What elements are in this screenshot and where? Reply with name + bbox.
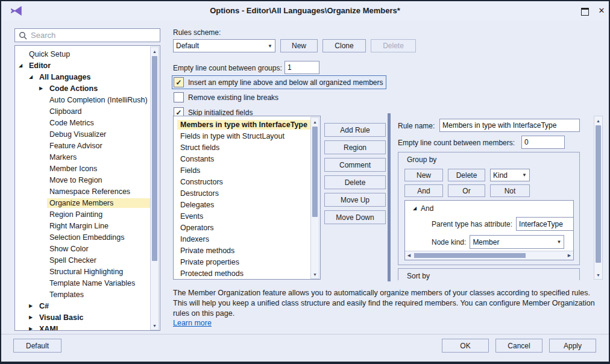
expanded-arrow-icon[interactable]: ◢ [413,206,421,211]
tree-item-member-icons[interactable]: Member Icons [15,163,160,174]
tree-item-move-to-region[interactable]: Move to Region [15,174,160,186]
default-button[interactable]: Default [13,339,61,353]
rule-list-item-fields-in-type-with-structlayout[interactable]: Fields in type with StructLayout [174,130,309,142]
not-button[interactable]: Not [490,184,530,197]
rule-list-item-struct-fields[interactable]: Struct fields [174,142,309,153]
tree-scrollbar-thumb[interactable] [152,56,157,261]
rule-list-item-events[interactable]: Events [174,210,309,222]
group-delete-button[interactable]: Delete [448,169,485,181]
delete-button[interactable]: Delete [324,175,386,189]
tree-item-xaml[interactable]: ▶XAML [15,323,160,331]
comment-button[interactable]: Comment [324,158,386,172]
rules-scrollbar-thumb[interactable] [312,127,318,217]
empty-line-members-field[interactable]: 0 [521,136,565,149]
rule-list-item-operators[interactable]: Operators [174,222,309,233]
tree-item-c[interactable]: ▶C# [15,300,160,312]
editor-scrollbar[interactable]: ▲ ▼ [594,116,603,280]
scroll-left-icon[interactable]: ◀ [405,251,413,260]
collapsed-arrow-icon[interactable]: ▶ [39,86,47,91]
sort-by-title: Sort by [407,272,430,280]
scroll-down-icon[interactable]: ▼ [151,321,159,330]
rule-list-item-private-methods[interactable]: Private methods [174,245,309,256]
expanded-arrow-icon[interactable]: ◢ [29,74,37,80]
scroll-down-icon[interactable]: ▼ [311,270,319,278]
tree-item-all-languages[interactable]: ◢All Languages [15,71,160,83]
rule-list-item-members-in-type-with-interfacetype[interactable]: Members in type with InterfaceType [174,119,309,130]
tree-item-right-margin-line[interactable]: Right Margin Line [15,220,160,231]
scroll-up-icon[interactable]: ▲ [151,47,159,55]
tree-scrollbar[interactable]: ▲ ▼ [150,46,159,330]
tree-item-clipboard[interactable]: Clipboard [15,105,160,117]
clone-scheme-button[interactable]: Clone [322,39,366,52]
maximize-button[interactable] [579,6,591,16]
attr-field[interactable]: InterfaceType [516,217,574,231]
rule-list-item-destructors[interactable]: Destructors [174,187,309,199]
tree-item-organize-members[interactable]: Organize Members [15,197,160,209]
rule-list-item-private-properties[interactable]: Private properties [174,256,309,268]
ok-button[interactable]: OK [442,339,489,353]
tree-item-visual-basic[interactable]: ▶Visual Basic [15,312,160,323]
tree-item-markers[interactable]: Markers [15,151,160,163]
move-down-button[interactable]: Move Down [324,210,386,224]
panel-splitter[interactable] [388,113,391,281]
new-scheme-button[interactable]: New [280,39,318,52]
empty-line-groups-field[interactable]: 1 [285,61,319,74]
unchecked-checkbox-icon[interactable] [174,92,184,102]
condition-and-node[interactable]: ◢ And [405,202,573,214]
rule-list-item-protected-methods[interactable]: Protected methods [174,268,309,279]
tree-item-structural-highlighting[interactable]: Structural Highlighting [15,266,160,277]
tree-item-code-metrics[interactable]: Code Metrics [15,117,160,128]
group-new-button[interactable]: New [404,169,443,181]
checked-checkbox-icon[interactable]: ✓ [174,77,184,87]
rule-list-item-fields[interactable]: Fields [174,165,309,176]
search-input[interactable]: Search [14,28,160,42]
checkbox-insert-an-empty-line-above-and-below-all-organized-members[interactable]: ✓Insert an empty line above and below al… [172,75,386,89]
move-up-button[interactable]: Move Up [324,193,386,207]
condition-hscrollbar-thumb[interactable] [414,253,526,258]
tree-item-region-painting[interactable]: Region Painting [15,209,160,220]
scroll-up-icon[interactable]: ▲ [311,118,319,126]
collapsed-arrow-icon[interactable]: ▶ [29,303,37,309]
scroll-right-icon[interactable]: ▶ [565,251,573,260]
rules-scheme-combo[interactable]: Default ▼ [173,39,275,52]
kind-combo[interactable]: Kind ▼ [490,169,530,181]
rule-list-item-indexers[interactable]: Indexers [174,233,309,245]
add-rule-button[interactable]: Add Rule [324,123,386,137]
rule-name-field[interactable]: Members in type with InterfaceType [439,119,580,132]
tree-item-feature-advisor[interactable]: Feature Advisor [15,140,160,151]
tree-item-editor[interactable]: ◢Editor [15,60,160,71]
rule-list-item-delegates[interactable]: Delegates [174,199,309,210]
close-button[interactable]: ✕ [596,6,608,16]
tree-item-debug-visualizer[interactable]: Debug Visualizer [15,128,160,140]
editor-scrollbar-thumb[interactable] [596,125,601,263]
tree-item-templates[interactable]: Templates [15,289,160,300]
tree-item-auto-completion-intellirush[interactable]: Auto Completion (IntelliRush) [15,94,160,105]
rule-list-item-constructors[interactable]: Constructors [174,176,309,187]
tree-item-template-name-variables[interactable]: Template Name Variables [15,277,160,289]
scroll-down-icon[interactable]: ▼ [594,271,602,279]
collapsed-arrow-icon[interactable]: ▶ [29,315,37,320]
expanded-arrow-icon[interactable]: ◢ [19,63,27,68]
or-button[interactable]: Or [448,184,485,197]
tree-item-spell-checker[interactable]: Spell Checker [15,254,160,266]
region-button[interactable]: Region [324,140,386,154]
rule-list-item-constants[interactable]: Constants [174,153,309,165]
tree-item-label: Organize Members [47,198,156,208]
learn-more-link[interactable]: Learn more [173,319,212,327]
apply-button[interactable]: Apply [549,339,596,353]
node-kind-combo[interactable]: Member ▼ [470,235,564,249]
cancel-button[interactable]: Cancel [495,339,542,353]
delete-scheme-button[interactable]: Delete [371,39,416,52]
node-kind-row: Node kind: Member ▼ [432,235,573,249]
scroll-up-icon[interactable]: ▲ [594,116,602,125]
tree-item-quick-setup[interactable]: Quick Setup [15,48,160,60]
rules-scrollbar[interactable]: ▲ ▼ [310,117,319,279]
condition-hscrollbar[interactable]: ◀ ▶ [405,251,573,260]
and-button[interactable]: And [404,184,443,197]
tree-item-show-color[interactable]: Show Color [15,243,160,254]
tree-item-selection-embeddings[interactable]: Selection Embeddings [15,231,160,243]
collapsed-arrow-icon[interactable]: ▶ [29,326,37,331]
checkbox-remove-existing-line-breaks[interactable]: Remove existing line breaks [172,90,281,104]
tree-item-namespace-references[interactable]: Namespace References [15,186,160,197]
tree-item-code-actions[interactable]: ▶Code Actions [15,83,160,94]
